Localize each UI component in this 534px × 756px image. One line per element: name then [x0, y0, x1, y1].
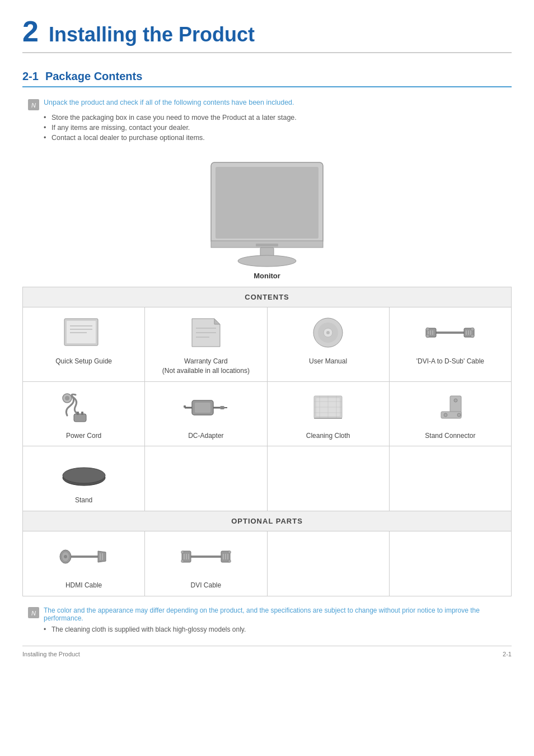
- chapter-heading: 2 Installing the Product: [22, 17, 512, 53]
- optional-header: OPTIONAL PARTS: [23, 511, 512, 531]
- table-cell-dvi: DVI Cable: [145, 531, 267, 596]
- svg-point-33: [471, 328, 474, 331]
- section-heading: 2-1 Package Contents: [22, 70, 512, 87]
- page-footer: Installing the Product 2-1: [22, 646, 512, 657]
- note-icon: N: [28, 99, 39, 110]
- stand-label: Stand: [27, 496, 140, 505]
- section-title: Package Contents: [45, 70, 142, 83]
- table-cell-opt-empty-2: [389, 531, 511, 596]
- svg-point-62: [63, 468, 105, 483]
- table-cell-dvi-sub: 'DVI-A to D-Sub' Cable: [389, 307, 511, 382]
- note-main-text: Unpack the product and check if all of t…: [44, 99, 294, 106]
- table-row-optional: HDMI Cable: [23, 531, 512, 596]
- cleaning-cloth-label: Cleaning Cloth: [272, 431, 385, 441]
- svg-rect-35: [74, 414, 86, 422]
- user-manual-icon: [311, 316, 345, 349]
- table-cell-empty-1: [145, 446, 267, 511]
- user-manual-label: User Manual: [272, 357, 385, 366]
- hdmi-label: HDMI Cable: [27, 581, 140, 590]
- stand-image: [27, 452, 140, 491]
- stand-connector-icon: [433, 390, 467, 424]
- svg-point-75: [181, 550, 184, 553]
- monitor-container: [22, 157, 512, 269]
- warranty-label: Warranty Card (Not available in all loca…: [149, 357, 262, 376]
- svg-point-66: [64, 555, 67, 558]
- svg-point-39: [65, 396, 69, 400]
- warranty-icon: [189, 316, 223, 349]
- dvi-sub-image: [394, 313, 507, 352]
- warranty-image: [149, 313, 262, 352]
- table-cell-warranty: Warranty Card (Not available in all loca…: [145, 307, 267, 382]
- svg-rect-41: [195, 403, 210, 413]
- svg-point-7: [238, 255, 296, 267]
- dc-adapter-icon: [184, 390, 228, 424]
- footer-sub-bullet-1: The cleaning cloth is supplied with blac…: [44, 624, 512, 634]
- footer-left: Installing the Product: [22, 651, 80, 657]
- table-cell-empty-3: [389, 446, 511, 511]
- svg-rect-46: [184, 405, 186, 408]
- hdmi-icon: [59, 539, 109, 575]
- monitor-illustration: [194, 157, 340, 269]
- table-cell-stand: Stand: [23, 446, 145, 511]
- chapter-number: 2: [22, 17, 39, 46]
- footer-note-icon: N: [28, 607, 39, 618]
- hdmi-image: [27, 537, 140, 576]
- table-row-optional-header: OPTIONAL PARTS: [23, 511, 512, 531]
- monitor-label: Monitor: [22, 272, 512, 280]
- table-cell-empty-2: [267, 446, 389, 511]
- table-cell-cleaning-cloth: Cleaning Cloth: [267, 381, 389, 446]
- table-cell-stand-connector: Stand Connector: [389, 381, 511, 446]
- dvi-sub-icon: [425, 316, 475, 349]
- dvi-image: [149, 537, 262, 576]
- svg-point-59: [457, 413, 461, 417]
- svg-rect-9: [67, 321, 96, 343]
- svg-point-32: [426, 334, 429, 338]
- table-row: Stand: [23, 446, 512, 511]
- dvi-icon: [181, 539, 231, 575]
- footer-note-item: N The color and the appearance may diffe…: [28, 606, 512, 622]
- sub-bullet-1: Store the packaging box in case you need…: [44, 113, 512, 123]
- dvi-sub-label: 'DVI-A to D-Sub' Cable: [394, 357, 507, 366]
- note-item: N Unpack the product and check if all of…: [28, 99, 512, 110]
- svg-rect-37: [81, 412, 83, 415]
- svg-text:N: N: [31, 609, 36, 616]
- svg-rect-3: [216, 167, 318, 239]
- svg-rect-44: [220, 406, 224, 409]
- cleaning-cloth-image: [272, 388, 385, 427]
- intro-notes: N Unpack the product and check if all of…: [22, 99, 512, 143]
- svg-text:N: N: [31, 102, 36, 109]
- section-number: 2-1: [22, 70, 39, 83]
- quick-setup-icon: [62, 316, 106, 349]
- svg-point-31: [426, 328, 429, 331]
- footer-note-text: The color and the appearance may differ …: [44, 606, 512, 622]
- sub-bullet-3: Contact a local dealer to purchase optio…: [44, 133, 512, 143]
- power-cord-label: Power Cord: [27, 431, 140, 441]
- svg-point-82: [228, 559, 231, 562]
- chapter-title: Installing the Product: [49, 23, 255, 46]
- stand-icon: [62, 456, 106, 487]
- footer-right: 2-1: [503, 651, 512, 657]
- table-cell-dc-adapter: DC-Adapter: [145, 381, 267, 446]
- table-cell-hdmi: HDMI Cable: [23, 531, 145, 596]
- table-cell-user-manual: User Manual: [267, 307, 389, 382]
- quick-setup-label: Quick Setup Guide: [27, 357, 140, 366]
- table-cell-opt-empty-1: [267, 531, 389, 596]
- cleaning-cloth-icon: [308, 390, 348, 424]
- footer-sub-bullets: The cleaning cloth is supplied with blac…: [28, 624, 512, 634]
- table-cell-power-cord: Power Cord: [23, 381, 145, 446]
- user-manual-image: [272, 313, 385, 352]
- svg-point-58: [444, 413, 447, 417]
- svg-marker-67: [98, 551, 106, 562]
- quick-setup-image: [27, 313, 140, 352]
- dc-adapter-label: DC-Adapter: [149, 431, 262, 441]
- page-container: 2 Installing the Product 2-1 Package Con…: [0, 0, 534, 669]
- sub-bullet-2: If any items are missing, contact your d…: [44, 123, 512, 133]
- svg-marker-14: [214, 319, 220, 324]
- contents-header: CONTENTS: [23, 287, 512, 307]
- stand-connector-label: Stand Connector: [394, 431, 507, 441]
- table-row: Power Cord: [23, 381, 512, 446]
- svg-point-21: [326, 331, 330, 334]
- power-cord-icon: [62, 390, 106, 424]
- svg-point-60: [454, 399, 457, 402]
- svg-point-76: [181, 559, 184, 562]
